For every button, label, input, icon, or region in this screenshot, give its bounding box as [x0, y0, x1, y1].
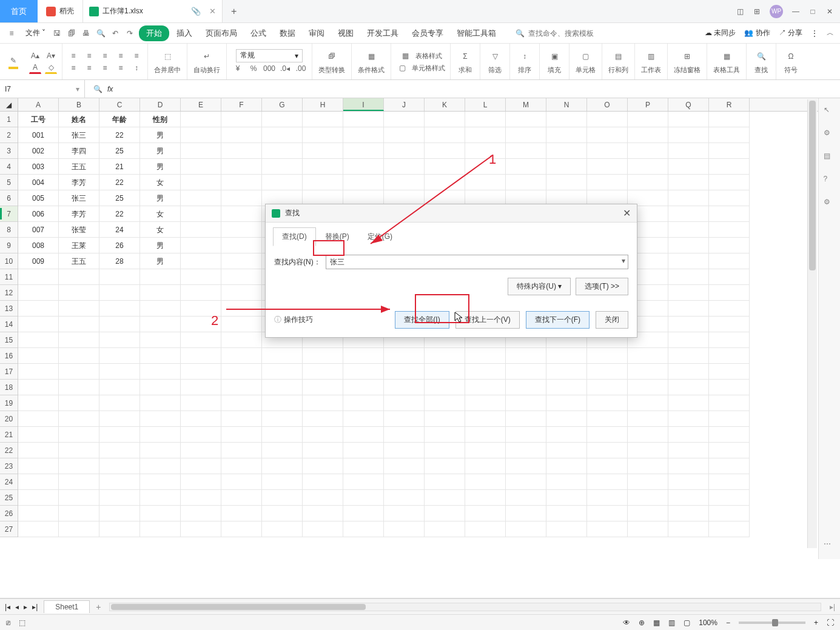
cell-G22[interactable]: [262, 443, 303, 458]
cell-F8[interactable]: [221, 222, 262, 238]
cell-F25[interactable]: [221, 490, 262, 506]
ribbon-freeze[interactable]: ⊞冻结窗格: [668, 44, 707, 79]
cell-I18[interactable]: [343, 380, 384, 395]
cell-B10[interactable]: 王五: [59, 253, 99, 269]
cell-O27[interactable]: [587, 521, 628, 537]
cell-I20[interactable]: [343, 411, 384, 427]
options-button[interactable]: 选项(T) >>: [576, 278, 628, 295]
cell-D14[interactable]: [140, 317, 181, 332]
cell-N24[interactable]: [546, 474, 587, 490]
cell-R15[interactable]: [709, 332, 750, 348]
cell-C4[interactable]: 21: [99, 159, 140, 175]
cell-A24[interactable]: [18, 474, 59, 490]
cell-E3[interactable]: [181, 143, 221, 159]
row-header-26[interactable]: 26: [0, 506, 18, 521]
col-header-Q[interactable]: Q: [668, 98, 709, 111]
cell-N5[interactable]: [546, 175, 587, 190]
cell-B1[interactable]: 姓名: [59, 112, 99, 127]
cell-F19[interactable]: [221, 395, 262, 411]
cell-J23[interactable]: [384, 458, 425, 474]
cell-J26[interactable]: [384, 506, 425, 521]
status-record-icon[interactable]: ⎚: [6, 618, 10, 627]
cell-H18[interactable]: [303, 380, 343, 395]
sheet-last-icon[interactable]: ▸|: [32, 603, 38, 611]
cell-D22[interactable]: [140, 443, 181, 458]
menu-review[interactable]: 审阅: [303, 25, 331, 42]
cell-Q14[interactable]: [668, 317, 709, 332]
indent-inc-icon[interactable]: ≡: [130, 50, 143, 62]
align-right-icon[interactable]: ≡: [99, 62, 111, 74]
cell-C22[interactable]: [99, 443, 140, 458]
cell-F9[interactable]: [221, 238, 262, 253]
cell-B5[interactable]: 李芳: [59, 175, 99, 190]
cell-B7[interactable]: 李芳: [59, 206, 99, 222]
maximize-icon[interactable]: □: [808, 7, 817, 16]
cell-F3[interactable]: [221, 143, 262, 159]
cell-F4[interactable]: [221, 159, 262, 175]
cell-P19[interactable]: [628, 395, 668, 411]
cell-N25[interactable]: [546, 490, 587, 506]
cell-L26[interactable]: [465, 506, 506, 521]
cell-E23[interactable]: [181, 458, 221, 474]
cell-J4[interactable]: [384, 159, 425, 175]
cell-H2[interactable]: [303, 127, 343, 143]
cell-E19[interactable]: [181, 395, 221, 411]
col-header-K[interactable]: K: [425, 98, 465, 111]
find-next-button[interactable]: 查找下一个(F): [526, 311, 590, 329]
menu-hamburger-icon[interactable]: ≡: [6, 28, 17, 39]
cell-H4[interactable]: [303, 159, 343, 175]
cell-A25[interactable]: [18, 490, 59, 506]
cell-D16[interactable]: [140, 348, 181, 364]
cell-I17[interactable]: [343, 364, 384, 380]
cell-K24[interactable]: [425, 474, 465, 490]
cell-F17[interactable]: [221, 364, 262, 380]
cell-D12[interactable]: [140, 285, 181, 301]
select-all-corner[interactable]: ◢: [0, 98, 18, 112]
cell-N3[interactable]: [546, 143, 587, 159]
cell-O25[interactable]: [587, 490, 628, 506]
cell-F21[interactable]: [221, 427, 262, 443]
cell-R20[interactable]: [709, 411, 750, 427]
cell-R14[interactable]: [709, 317, 750, 332]
cell-R2[interactable]: [709, 127, 750, 143]
cell-L1[interactable]: [465, 112, 506, 127]
cell-R23[interactable]: [709, 458, 750, 474]
cell-D2[interactable]: 男: [140, 127, 181, 143]
cell-L17[interactable]: [465, 364, 506, 380]
help-icon[interactable]: ?: [824, 175, 836, 187]
cell-L4[interactable]: [465, 159, 506, 175]
name-box[interactable]: I7 ▾: [0, 80, 85, 98]
cell-E20[interactable]: [181, 411, 221, 427]
cell-C11[interactable]: [99, 269, 140, 285]
cell-H24[interactable]: [303, 474, 343, 490]
col-header-H[interactable]: H: [303, 98, 343, 111]
row-header-16[interactable]: 16: [0, 348, 18, 364]
cell-G18[interactable]: [262, 380, 303, 395]
cell-N22[interactable]: [546, 443, 587, 458]
cell-C1[interactable]: 年龄: [99, 112, 140, 127]
cell-E1[interactable]: [181, 112, 221, 127]
col-header-I[interactable]: I: [343, 98, 384, 111]
view-break-icon[interactable]: ▢: [684, 618, 690, 627]
cell-K27[interactable]: [425, 521, 465, 537]
cell-N21[interactable]: [546, 427, 587, 443]
menu-insert[interactable]: 插入: [170, 25, 198, 42]
cell-J21[interactable]: [384, 427, 425, 443]
cell-F26[interactable]: [221, 506, 262, 521]
cell-G1[interactable]: [262, 112, 303, 127]
cell-B2[interactable]: 张三: [59, 127, 99, 143]
cell-G24[interactable]: [262, 474, 303, 490]
cell-H5[interactable]: [303, 175, 343, 190]
cell-J18[interactable]: [384, 380, 425, 395]
print-icon[interactable]: 🖶: [81, 28, 92, 39]
cell-Q9[interactable]: [668, 238, 709, 253]
cell-C20[interactable]: [99, 411, 140, 427]
cell-J24[interactable]: [384, 474, 425, 490]
cell-K17[interactable]: [425, 364, 465, 380]
redo-icon[interactable]: ↷: [124, 28, 135, 39]
col-header-D[interactable]: D: [140, 98, 181, 111]
row-header-14[interactable]: 14: [0, 317, 18, 332]
cellstyle-icon[interactable]: ▢: [396, 62, 408, 74]
cell-R3[interactable]: [709, 143, 750, 159]
cell-B27[interactable]: [59, 521, 99, 537]
